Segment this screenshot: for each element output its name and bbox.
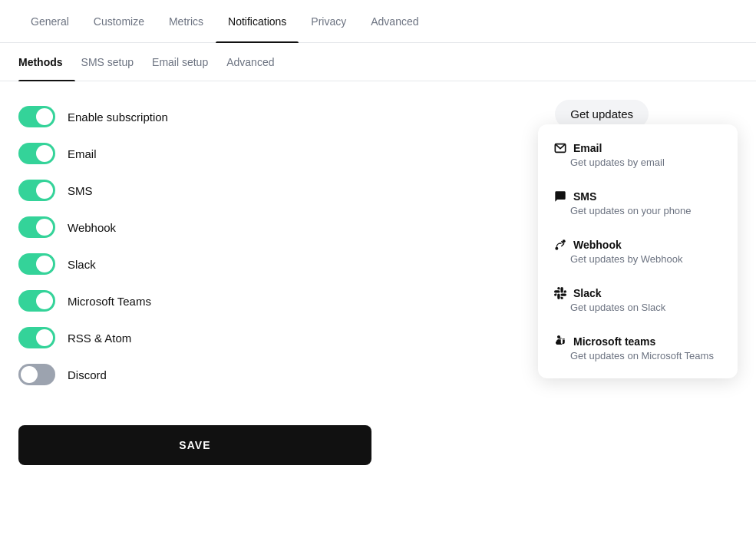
toggle-row-enable-subscription: Enable subscription [18, 106, 402, 127]
toggle-slider [18, 253, 55, 275]
top-nav-item-privacy[interactable]: Privacy [299, 0, 358, 43]
toggle-slider [18, 327, 55, 348]
webhook-icon [553, 238, 567, 252]
dropdown-item-webhook[interactable]: WebhookGet updates by Webhook [538, 227, 738, 276]
toggle-row-email: Email [18, 143, 402, 164]
toggle-slider [18, 180, 55, 201]
toggle-sms[interactable] [18, 180, 55, 201]
slack-icon [553, 286, 567, 300]
toggle-label: Slack [68, 258, 96, 271]
toggle-row-sms: SMS [18, 180, 402, 201]
svg-point-1 [555, 247, 558, 250]
save-button[interactable]: SAVE [18, 425, 371, 465]
toggle-label: Webhook [68, 221, 116, 234]
toggle-row-rss-&-atom: RSS & Atom [18, 327, 402, 348]
dropdown-item-desc: Get updates on your phone [570, 205, 722, 216]
top-nav-item-customize[interactable]: Customize [81, 0, 157, 43]
top-nav-item-metrics[interactable]: Metrics [157, 0, 216, 43]
toggle-slider [18, 364, 55, 385]
dropdown-item-header: Webhook [553, 238, 722, 252]
dropdown-item-label: Webhook [573, 239, 622, 251]
toggle-row-microsoft-teams: Microsoft Teams [18, 290, 402, 312]
dropdown-item-slack[interactable]: SlackGet updates on Slack [538, 276, 738, 324]
toggle-enable-subscription[interactable] [18, 106, 55, 127]
teams-icon [553, 335, 567, 348]
top-nav-item-advanced[interactable]: Advanced [358, 0, 431, 43]
toggle-label: Discord [68, 368, 107, 381]
dropdown-item-sms[interactable]: SMSGet updates on your phone [538, 179, 738, 227]
dropdown-item-label: Email [573, 142, 602, 154]
dropdown-item-header: Microsoft teams [553, 335, 722, 348]
toggle-slider [18, 143, 55, 164]
sms-icon [553, 190, 567, 203]
main-content: Enable subscriptionEmailSMSWebhookSlackM… [0, 81, 756, 490]
toggle-label: Email [68, 147, 97, 160]
sub-navigation: MethodsSMS setupEmail setupAdvanced [0, 43, 756, 81]
toggle-rss-&-atom[interactable] [18, 327, 55, 348]
dropdown-item-label: SMS [573, 190, 596, 203]
toggle-label: Microsoft Teams [68, 295, 151, 308]
dropdown-item-header: SMS [553, 190, 722, 203]
dropdown-item-header: Slack [553, 286, 722, 300]
sub-nav-item-sms-setup[interactable]: SMS setup [81, 43, 146, 81]
dropdown-items: EmailGet updates by emailSMSGet updates … [538, 130, 738, 372]
toggle-label: Enable subscription [68, 111, 168, 124]
toggle-row-slack: Slack [18, 253, 402, 275]
dropdown-item-header: Email [553, 141, 722, 155]
top-nav-item-general[interactable]: General [18, 0, 81, 43]
dropdown-item-email[interactable]: EmailGet updates by email [538, 130, 738, 179]
top-nav-item-notifications[interactable]: Notifications [216, 0, 299, 43]
toggle-slider [18, 216, 55, 238]
dropdown-item-desc: Get updates by Webhook [570, 253, 722, 265]
dropdown-item-desc: Get updates on Microsoft Teams [570, 350, 722, 361]
dropdown-card: EmailGet updates by emailSMSGet updates … [538, 124, 738, 378]
email-icon [553, 141, 567, 155]
toggle-webhook[interactable] [18, 216, 55, 238]
toggle-microsoft-teams[interactable] [18, 290, 55, 312]
toggle-slider [18, 106, 55, 127]
toggle-slider [18, 290, 55, 312]
toggle-row-discord: Discord [18, 364, 402, 385]
toggle-email[interactable] [18, 143, 55, 164]
left-panel: Enable subscriptionEmailSMSWebhookSlackM… [18, 106, 402, 465]
dropdown-item-label: Microsoft teams [573, 335, 655, 348]
top-navigation: GeneralCustomizeMetricsNotificationsPriv… [0, 0, 756, 43]
toggle-row-webhook: Webhook [18, 216, 402, 238]
toggle-label: RSS & Atom [68, 332, 131, 345]
dropdown-item-desc: Get updates on Slack [570, 302, 722, 313]
toggles-container: Enable subscriptionEmailSMSWebhookSlackM… [18, 106, 402, 385]
dropdown-item-desc: Get updates by email [570, 157, 722, 168]
dropdown-item-microsoft-teams[interactable]: Microsoft teamsGet updates on Microsoft … [538, 324, 738, 372]
sub-nav-item-methods[interactable]: Methods [18, 43, 75, 81]
sub-nav-item-advanced[interactable]: Advanced [226, 43, 286, 81]
toggle-discord[interactable] [18, 364, 55, 385]
sub-nav-item-email-setup[interactable]: Email setup [152, 43, 220, 81]
toggle-slack[interactable] [18, 253, 55, 275]
toggle-label: SMS [68, 184, 93, 197]
dropdown-item-label: Slack [573, 287, 602, 299]
